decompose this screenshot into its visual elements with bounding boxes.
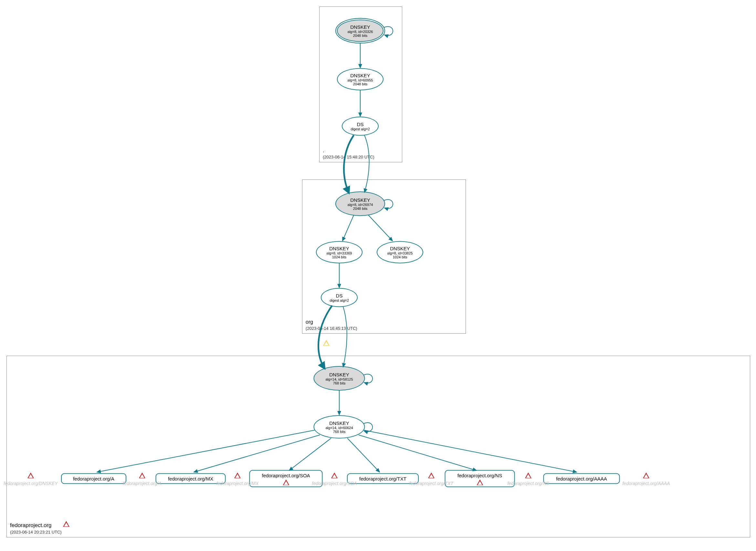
org-zsk1-line2: alg=8, id=33369: [327, 251, 352, 255]
record-aaaa: fedoraproject.org/AAAA: [543, 473, 620, 484]
zone-org-timestamp: (2023-06-14 16:45:13 UTC): [306, 326, 357, 331]
org-ksk-line2: alg=8, id=26974: [348, 203, 373, 207]
fedora-zsk-title: DNSKEY: [329, 420, 349, 426]
root-ds-title: DS: [357, 122, 364, 127]
record-a-label: fedoraproject.org/A: [73, 476, 114, 482]
org-zsk2-title: DNSKEY: [390, 246, 410, 251]
org-ds-line2: digest alg=2: [330, 299, 349, 302]
org-ds: DS digest alg=2: [321, 288, 358, 307]
ghost-aaaa: fedoraproject.org/AAAA: [622, 481, 670, 486]
record-txt: fedoraproject.org/TXT: [347, 473, 419, 484]
record-mx: fedoraproject.org/MX: [156, 473, 226, 484]
warning-icon: [139, 472, 145, 478]
fedora-ksk-title: DNSKEY: [329, 372, 349, 377]
root-ksk-title: DNSKEY: [350, 24, 370, 30]
root-ds-line2: digest alg=2: [351, 127, 370, 131]
record-ns: fedoraproject.org/NS: [445, 470, 515, 487]
org-dnskey-zsk-33369: DNSKEY alg=8, id=33369 1024 bits: [316, 241, 362, 263]
record-ns-label: fedoraproject.org/NS: [457, 473, 502, 478]
org-dnskey-ksk: DNSKEY alg=8, id=26974 2048 bits: [335, 191, 385, 216]
org-zsk2-line3: 1024 bits: [393, 255, 407, 259]
warning-icon: [234, 472, 241, 478]
root-zsk-line3: 2048 bits: [353, 82, 368, 86]
record-aaaa-label: fedoraproject.org/AAAA: [556, 476, 607, 482]
ghost-dnskey: fedoraproject.org/DNSKEY: [4, 481, 58, 486]
record-soa-label: fedoraproject.org/SOA: [262, 473, 310, 478]
warning-icon: [283, 480, 289, 485]
record-txt-label: fedoraproject.org/TXT: [359, 476, 406, 482]
org-zsk1-title: DNSKEY: [329, 246, 349, 251]
ghost-a: fedoraproject.org/A: [123, 481, 161, 486]
warning-icon: [27, 472, 34, 478]
root-ksk-line3: 2048 bits: [353, 34, 368, 37]
zone-root-label: .: [323, 148, 324, 154]
org-zsk2-line2: alg=8, id=33825: [387, 251, 413, 255]
zone-root-timestamp: (2023-06-14 15:48:20 UTC): [323, 154, 374, 159]
fedora-zsk-line2: alg=14, id=60624: [325, 426, 353, 430]
ghost-ns: fedoraproject.org/NS: [507, 481, 549, 486]
warning-icon: [63, 521, 69, 527]
warning-yellow-icon: [323, 340, 330, 346]
root-dnskey-ksk: DNSKEY alg=8, id=20326 2048 bits: [335, 18, 385, 44]
org-ds-title: DS: [336, 293, 343, 299]
ghost-soa: fedoraproject.org/SOA: [312, 481, 357, 486]
warning-icon: [525, 472, 531, 478]
fedora-ksk-line2: alg=14, id=58125: [325, 377, 353, 381]
org-ksk-title: DNSKEY: [350, 197, 370, 203]
root-dnskey-zsk: DNSKEY alg=8, id=60955 2048 bits: [337, 68, 383, 90]
warning-icon: [477, 480, 483, 485]
root-ds: DS digest alg=2: [342, 117, 379, 136]
root-zsk-title: DNSKEY: [350, 73, 370, 78]
zone-fedora-label: fedoraproject.org: [10, 522, 52, 529]
fedora-ksk-line3: 768 bits: [333, 381, 346, 385]
org-ksk-line3: 2048 bits: [353, 207, 368, 210]
ghost-txt: fedoraproject.org/TXT: [409, 481, 453, 486]
fedora-dnskey-ksk: DNSKEY alg=14, id=58125 768 bits: [314, 366, 365, 391]
zone-fedora: fedoraproject.org (2023-06-14 20:23:21 U…: [6, 356, 750, 537]
warning-icon: [643, 472, 649, 478]
record-mx-label: fedoraproject.org/MX: [168, 476, 213, 482]
fedora-dnskey-zsk: DNSKEY alg=14, id=60624 768 bits: [314, 415, 365, 439]
zone-org-label: org: [306, 319, 313, 325]
ghost-mx: fedoraproject.org/MX: [216, 481, 259, 486]
warning-icon: [331, 472, 338, 478]
org-dnskey-zsk-33825: DNSKEY alg=8, id=33825 1024 bits: [377, 241, 423, 263]
zone-fedora-timestamp: (2023-06-14 20:23:21 UTC): [10, 530, 62, 535]
root-zsk-line2: alg=8, id=60955: [348, 78, 373, 82]
root-ksk-line2: alg=8, id=20326: [348, 30, 373, 34]
record-a: fedoraproject.org/A: [61, 473, 126, 484]
org-zsk1-line3: 1024 bits: [332, 255, 347, 259]
warning-icon: [428, 472, 435, 478]
fedora-zsk-line3: 768 bits: [333, 430, 346, 434]
